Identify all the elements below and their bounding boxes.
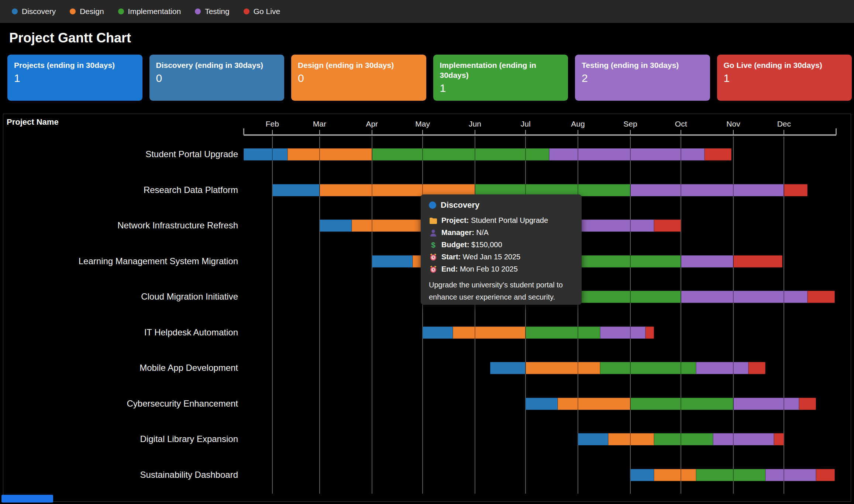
phase-segment-discovery[interactable]: [320, 220, 352, 232]
phase-segment-implementation[interactable]: [600, 362, 696, 374]
phase-segment-discovery[interactable]: [272, 184, 320, 196]
project-row-label: Network Infrastructure Refresh: [0, 220, 238, 231]
phase-segment-discovery[interactable]: [578, 433, 608, 445]
month-tick: [272, 130, 273, 135]
legend-item-label: Discovery: [22, 7, 56, 16]
phase-segment-design[interactable]: [287, 148, 372, 160]
phase-segment-discovery[interactable]: [526, 398, 558, 410]
stat-card-value: 1: [14, 72, 136, 84]
month-gridline-overlay: [681, 291, 681, 303]
phase-segment-go-live[interactable]: [748, 362, 765, 374]
gantt-bar-digital-library-expansion[interactable]: [578, 433, 784, 445]
month-gridline-overlay: [733, 433, 734, 445]
phase-segment-implementation[interactable]: [526, 327, 600, 339]
phase-segment-go-live[interactable]: [654, 220, 681, 232]
manager-icon: [429, 229, 438, 237]
month-tick: [475, 130, 475, 135]
phase-segment-discovery[interactable]: [630, 469, 654, 481]
month-gridline-overlay: [272, 148, 273, 160]
phase-segment-discovery[interactable]: [490, 362, 526, 374]
phase-segment-testing[interactable]: [630, 184, 784, 196]
phase-segment-testing[interactable]: [733, 398, 799, 410]
stat-card-implementation: Implementation (ending in 30days)1: [433, 55, 568, 101]
phase-segment-testing[interactable]: [600, 327, 646, 339]
phase-segment-go-live[interactable]: [645, 327, 654, 339]
phase-segment-testing[interactable]: [696, 362, 748, 374]
phase-segment-go-live[interactable]: [705, 148, 731, 160]
month-label-aug: Aug: [561, 120, 595, 128]
tooltip-field-value: Student Portal Upgrade: [471, 216, 548, 224]
legend-item-label: Design: [80, 7, 104, 16]
phase-segment-testing[interactable]: [681, 291, 807, 303]
gantt-bar-sustainability-dashboard[interactable]: [630, 469, 835, 481]
phase-segment-implementation[interactable]: [696, 469, 765, 481]
month-label-jun: Jun: [458, 120, 492, 128]
month-gridline-overlay: [578, 398, 578, 410]
phase-segment-implementation[interactable]: [630, 398, 733, 410]
phase-segment-design[interactable]: [526, 362, 600, 374]
legend-color-dot-icon: [195, 8, 201, 14]
month-gridline-overlay: [733, 469, 734, 481]
stat-card-go: Go Live (ending in 30days)1: [717, 55, 852, 101]
phase-segment-design[interactable]: [558, 398, 630, 410]
phase-segment-testing[interactable]: [713, 433, 774, 445]
month-gridline-overlay: [578, 327, 578, 339]
month-gridline-overlay: [630, 255, 631, 267]
gantt-bar-student-portal-upgrade[interactable]: [244, 148, 731, 160]
month-tick: [681, 130, 681, 135]
gantt-bar-it-helpdesk-automation[interactable]: [423, 327, 654, 339]
month-gridline-overlay: [681, 433, 681, 445]
month-gridline-overlay: [681, 469, 681, 481]
phase-segment-implementation[interactable]: [372, 148, 549, 160]
phase-segment-go-live[interactable]: [784, 184, 807, 196]
bar-tooltip: Discovery Project: Student Portal Upgrad…: [421, 194, 582, 305]
project-row-label: Cybersecurity Enhancement: [0, 398, 238, 409]
month-gridline-overlay: [681, 362, 681, 374]
month-gridline-overlay: [630, 291, 631, 303]
month-tick: [422, 130, 423, 135]
phase-segment-discovery[interactable]: [423, 327, 453, 339]
tooltip-field-value: Mon Feb 10 2025: [460, 265, 518, 273]
phase-segment-go-live[interactable]: [807, 291, 834, 303]
phase-segment-testing[interactable]: [576, 220, 654, 232]
month-gridline-overlay: [630, 433, 631, 445]
phase-segment-discovery[interactable]: [244, 148, 287, 160]
horizontal-scrollbar-thumb[interactable]: [1, 495, 53, 503]
legend-color-dot-icon: [244, 8, 249, 14]
gantt-bar-cybersecurity-enhancement[interactable]: [526, 398, 816, 410]
phase-segment-design[interactable]: [453, 327, 526, 339]
month-label-apr: Apr: [355, 120, 389, 128]
month-gridline-overlay: [578, 362, 578, 374]
month-label-mar: Mar: [303, 120, 336, 128]
legend-item-implementation[interactable]: Implementation: [118, 7, 181, 16]
tooltip-phase-title: Discovery: [441, 200, 479, 210]
phase-segment-go-live[interactable]: [733, 255, 782, 267]
phase-segment-testing[interactable]: [681, 255, 733, 267]
gantt-bar-mobile-app-development[interactable]: [490, 362, 765, 374]
month-label-oct: Oct: [664, 120, 698, 128]
phase-segment-go-live[interactable]: [799, 398, 816, 410]
stat-card-label: Projects (ending in 30days): [14, 60, 136, 70]
tooltip-field-label: Start:: [441, 253, 461, 261]
phase-segment-implementation[interactable]: [654, 433, 713, 445]
month-gridline-overlay: [733, 291, 734, 303]
month-tick: [630, 130, 631, 135]
tooltip-field-label: Project:: [441, 216, 469, 224]
phase-segment-design[interactable]: [608, 433, 654, 445]
phase-segment-go-live[interactable]: [774, 433, 784, 445]
legend-item-go-live[interactable]: Go Live: [244, 7, 280, 16]
legend-item-testing[interactable]: Testing: [195, 7, 230, 16]
clock-icon: [429, 253, 438, 261]
month-label-dec: Dec: [767, 120, 800, 128]
tooltip-row-budget: $Budget: $150,000: [429, 239, 574, 251]
phase-segment-testing[interactable]: [765, 469, 816, 481]
phase-segment-discovery[interactable]: [372, 255, 413, 267]
month-tick: [372, 130, 372, 135]
legend-item-discovery[interactable]: Discovery: [12, 7, 56, 16]
phase-segment-design[interactable]: [654, 469, 696, 481]
legend-item-design[interactable]: Design: [70, 7, 104, 16]
stat-card-discovery: Discovery (ending in 30days)0: [149, 55, 285, 101]
phase-segment-go-live[interactable]: [816, 469, 834, 481]
month-gridline-overlay: [319, 148, 320, 160]
month-tick: [733, 130, 734, 135]
